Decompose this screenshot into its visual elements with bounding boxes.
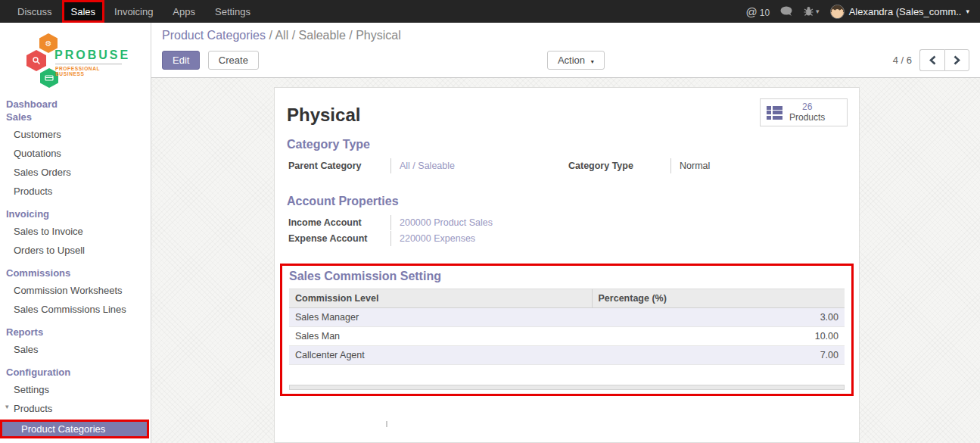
action-dropdown-button[interactable]: Action ▾	[547, 51, 605, 70]
table-horizontal-scrollbar[interactable]	[289, 385, 845, 390]
table-row[interactable]: Sales Manager 3.00	[289, 308, 845, 327]
sidebar-item-orders-to-upsell[interactable]: Orders to Upsell	[0, 242, 151, 258]
form-view-background: 26 Products Physical Category Type Paren…	[151, 78, 980, 443]
debug-menu[interactable]: ▾	[804, 6, 820, 17]
section-heading-account-properties: Account Properties	[287, 195, 847, 208]
menu-sales[interactable]: Sales	[62, 0, 105, 23]
user-menu[interactable]: Alexandra (Sales_comm.. ▾	[830, 5, 969, 19]
chevron-right-icon	[954, 55, 960, 65]
income-account-label: Income Account	[287, 215, 390, 230]
commission-table-header: Commission Level Percentage (%)	[289, 289, 845, 308]
sidebar-nav: Dashboard Sales Customers Quotations Sal…	[0, 98, 151, 443]
logo-subtitle: PROFESSIONAL BUSINESS	[55, 64, 122, 76]
cursor-tick	[386, 421, 387, 427]
chevron-down-icon: ▾	[591, 58, 594, 65]
section-heading-sales-commission: Sales Commission Setting	[289, 270, 845, 283]
expense-account-value[interactable]: 220000 Expenses	[390, 231, 611, 246]
breadcrumb-link[interactable]: Product Categories	[162, 29, 266, 42]
top-navbar: Discuss Sales Invoicing Apps Settings @ …	[0, 0, 980, 23]
menu-discuss[interactable]: Discuss	[8, 0, 62, 23]
probuse-logo: ⚙ PROBUSE PROFESSIONAL BUSINESS	[0, 29, 151, 93]
pager-previous-button[interactable]	[919, 49, 944, 71]
menu-invoicing[interactable]: Invoicing	[104, 0, 163, 23]
app-window: Discuss Sales Invoicing Apps Settings @ …	[0, 0, 980, 443]
breadcrumb-current: All / Saleable / Physical	[275, 29, 400, 42]
parent-category-value[interactable]: All / Saleable	[390, 158, 567, 173]
commission-level-cell: Sales Manager	[289, 308, 592, 327]
user-avatar	[830, 5, 845, 19]
percentage-cell: 10.00	[592, 327, 845, 346]
user-name: Alexandra (Sales_comm..	[849, 6, 962, 17]
percentage-cell: 3.00	[592, 308, 845, 327]
create-button[interactable]: Create	[208, 51, 259, 70]
sidebar-section-configuration: Configuration	[0, 366, 151, 379]
magnifier-icon	[26, 50, 46, 71]
sidebar-section-reports: Reports	[0, 326, 151, 338]
percentage-cell: 7.00	[592, 346, 845, 365]
products-stat-button[interactable]: 26 Products	[760, 98, 848, 126]
chevron-down-icon[interactable]: ▾	[5, 403, 9, 410]
sidebar-item-sales-to-invoice[interactable]: Sales to Invoice	[0, 223, 151, 239]
top-menu: Discuss Sales Invoicing Apps Settings	[0, 0, 260, 23]
sidebar-item-reports-sales[interactable]: Sales	[0, 342, 151, 357]
mention-count: 10	[760, 8, 770, 18]
bug-icon	[804, 6, 814, 17]
income-account-value[interactable]: 200000 Product Sales	[390, 215, 611, 230]
category-type-label: Category Type	[567, 158, 670, 173]
parent-category-field: Parent Category All / Saleable	[287, 158, 567, 173]
sidebar-item-product-categories[interactable]: Product Categories	[0, 420, 149, 438]
menu-apps[interactable]: Apps	[163, 0, 205, 23]
pager	[919, 49, 969, 71]
sidebar-item-commission-worksheets[interactable]: Commission Worksheets	[0, 282, 151, 298]
category-type-field: Category Type Normal	[567, 158, 847, 173]
account-properties-fields: Income Account 200000 Product Sales Expe…	[287, 215, 847, 247]
column-percentage[interactable]: Percentage (%)	[592, 289, 845, 308]
sidebar-item-products-config[interactable]: ▾Products	[0, 401, 151, 416]
control-panel: Product Categories / All / Saleable / Ph…	[151, 23, 980, 78]
pager-counter: 4 / 6	[893, 55, 912, 66]
sidebar-item-label: Products	[14, 403, 52, 414]
debug-caret-icon: ▾	[816, 8, 820, 15]
parent-category-label: Parent Category	[287, 158, 390, 173]
table-row[interactable]: Callcenter Agent 7.00	[289, 346, 845, 365]
sidebar-section-sales[interactable]: Sales	[0, 111, 151, 123]
sales-commission-setting-section: Sales Commission Setting Commission Leve…	[280, 264, 854, 396]
sidebar-item-settings[interactable]: Settings	[0, 382, 151, 398]
category-type-fields: Parent Category All / Saleable Category …	[287, 158, 847, 174]
category-type-value: Normal	[670, 158, 847, 173]
section-heading-category-type: Category Type	[287, 138, 847, 151]
breadcrumb: Product Categories / All / Saleable / Ph…	[162, 29, 969, 42]
logo-title: PROBUSE	[54, 48, 130, 62]
messages-button[interactable]	[780, 6, 793, 17]
sidebar-item-sales-commissions-lines[interactable]: Sales Commissions Lines	[0, 301, 151, 317]
chevron-left-icon	[929, 55, 936, 65]
column-commission-level[interactable]: Commission Level	[289, 289, 592, 308]
mentions-counter[interactable]: @ 10	[746, 5, 770, 18]
user-caret-icon: ▾	[966, 8, 969, 15]
expense-account-field: Expense Account 220000 Expenses	[287, 231, 611, 246]
commission-table: Commission Level Percentage (%) Sales Ma…	[289, 289, 845, 365]
action-label: Action	[558, 55, 585, 66]
pager-next-button[interactable]	[944, 49, 969, 71]
at-icon: @	[746, 5, 758, 18]
table-row[interactable]: Sales Man 10.00	[289, 327, 845, 346]
form-sheet: 26 Products Physical Category Type Paren…	[274, 87, 860, 443]
income-account-field: Income Account 200000 Product Sales	[287, 215, 611, 230]
main-area: Product Categories / All / Saleable / Ph…	[151, 23, 980, 443]
stat-count: 26	[789, 102, 825, 113]
sidebar-item-sales-orders[interactable]: Sales Orders	[0, 164, 151, 180]
chat-bubble-icon	[780, 6, 793, 17]
commission-level-cell: Sales Man	[289, 327, 592, 346]
edit-button[interactable]: Edit	[162, 51, 200, 70]
sidebar-section-commissions: Commissions	[0, 267, 151, 279]
sidebar-item-products[interactable]: Products	[0, 183, 151, 199]
sidebar-item-quotations[interactable]: Quotations	[0, 145, 151, 161]
commission-level-cell: Callcenter Agent	[289, 346, 592, 365]
sidebar-item-customers[interactable]: Customers	[0, 126, 151, 142]
list-icon	[767, 106, 783, 120]
sidebar: ⚙ PROBUSE PROFESSIONAL BUSINESS Dashboar…	[0, 23, 151, 443]
breadcrumb-separator: /	[269, 29, 272, 42]
topbar-systray: @ 10 ▾ Alexandra (Sales_comm.. ▾	[746, 0, 980, 23]
menu-settings[interactable]: Settings	[205, 0, 260, 23]
sidebar-item-dashboard[interactable]: Dashboard	[0, 98, 151, 111]
